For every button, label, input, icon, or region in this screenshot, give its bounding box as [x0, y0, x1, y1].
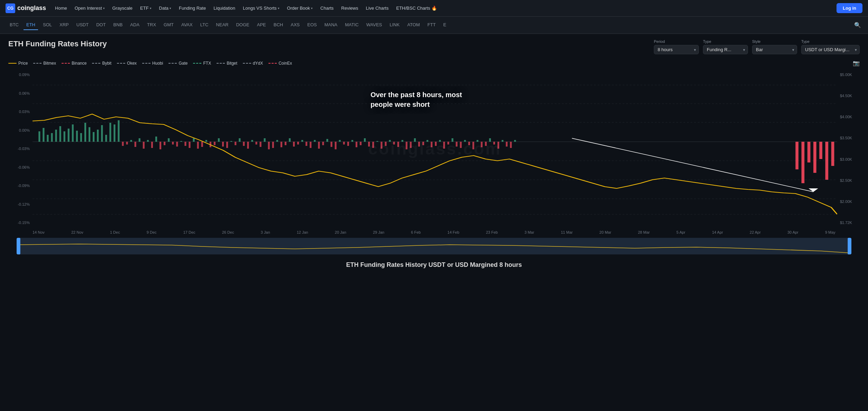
legend-indicator [193, 63, 201, 64]
camera-icon[interactable]: 📷 [853, 60, 860, 66]
coin-tab-matic[interactable]: MATIC [342, 20, 361, 30]
x-axis-label: 14 Feb [447, 230, 459, 234]
coin-tab-near[interactable]: NEAR [213, 20, 231, 30]
coin-tab-axs[interactable]: AXS [288, 20, 302, 30]
coin-tab-ltc[interactable]: LTC [198, 20, 211, 30]
y-axis-left-label: 0.09% [8, 73, 33, 77]
x-axis-label: 22 Apr [750, 230, 761, 234]
nav-item-grayscale[interactable]: Grayscale [109, 3, 136, 13]
coin-tab-ftt[interactable]: FTT [425, 20, 439, 30]
svg-rect-91 [385, 142, 386, 146]
chart-container: 0.09%0.06%0.03%0.00%-0.03%-0.06%-0.09%-0… [8, 69, 860, 254]
svg-rect-51 [218, 138, 220, 142]
chart-title: ETH Funding Rates History [8, 39, 646, 48]
svg-rect-39 [168, 138, 170, 142]
nav-item-open-interest[interactable]: Open Interest▾ [71, 3, 108, 13]
svg-rect-88 [372, 142, 374, 148]
svg-rect-124 [802, 142, 805, 183]
svg-rect-120 [506, 142, 508, 147]
svg-rect-64 [272, 142, 274, 148]
svg-rect-66 [281, 142, 282, 147]
coin-tab-avax[interactable]: AVAX [179, 20, 195, 30]
y-axis-left-label: -0.09% [8, 184, 33, 188]
svg-rect-55 [235, 142, 236, 145]
x-axis-label: 1 Dec [110, 230, 120, 234]
mini-chart[interactable] [17, 238, 851, 254]
svg-rect-95 [402, 140, 403, 142]
coin-tab-sol[interactable]: SOL [40, 20, 55, 30]
coin-tab-link[interactable]: LINK [387, 20, 402, 30]
svg-rect-29 [126, 142, 128, 144]
svg-rect-134 [848, 238, 851, 254]
coin-tab-usdt[interactable]: USDT [74, 20, 91, 30]
coin-tab-dot[interactable]: DOT [93, 20, 108, 30]
svg-rect-11 [51, 133, 53, 142]
x-axis-label: 14 Apr [712, 230, 723, 234]
x-axis-label: 6 Feb [411, 230, 421, 234]
nav-item-home[interactable]: Home [52, 3, 71, 13]
legend-indicator [8, 63, 17, 64]
svg-rect-79 [335, 142, 337, 149]
legend-item-gate: Gate [168, 61, 188, 66]
coin-search-icon[interactable]: 🔍 [854, 22, 861, 28]
logo[interactable]: CG coinglass [6, 3, 46, 13]
x-axis-label: 11 Mar [561, 230, 573, 234]
legend-indicator [268, 63, 277, 64]
y-axis-right-label: $4.00K [837, 115, 860, 119]
coin-tab-ape[interactable]: APE [254, 20, 269, 30]
nav-item-longs-vs-shorts[interactable]: Longs VS Shorts▾ [239, 3, 283, 13]
footer-title: ETH Funding Rates History USDT or USD Ma… [0, 257, 868, 273]
coin-tab-e[interactable]: E [440, 20, 449, 30]
coin-tab-atom[interactable]: ATOM [404, 20, 422, 30]
style-select[interactable]: Bar Line Candle [752, 45, 797, 54]
nav-item-funding-rate[interactable]: Funding Rate [175, 3, 209, 13]
coin-tab-eth[interactable]: ETH [24, 20, 38, 30]
svg-rect-84 [356, 142, 357, 147]
coin-tab-xrp[interactable]: XRP [57, 20, 72, 30]
svg-rect-113 [477, 140, 478, 142]
svg-rect-72 [305, 142, 307, 146]
legend-item-coinex: CoinEx [268, 61, 292, 66]
type2-select[interactable]: USDT or USD Margi... Coin Margined All [801, 45, 860, 54]
legend-indicator [92, 63, 100, 64]
chart-area: 0.09%0.06%0.03%0.00%-0.03%-0.06%-0.09%-0… [8, 69, 860, 228]
svg-rect-18 [80, 133, 82, 142]
nav-item-order-book[interactable]: Order Book▾ [284, 3, 316, 13]
coin-tab-doge[interactable]: DOGE [233, 20, 252, 30]
nav-item-reviews[interactable]: Reviews [338, 3, 362, 13]
y-axis-right-label: $3.50K [837, 136, 860, 140]
chevron-down-icon: ▾ [311, 7, 313, 10]
svg-rect-122 [514, 140, 516, 142]
x-axis-label: 23 Feb [486, 230, 498, 234]
type1-select[interactable]: Funding R... Open Interest Price [703, 45, 748, 54]
nav-item-eth-bsc-charts---[interactable]: ETH/BSC Charts 🔥 [393, 3, 440, 13]
nav-item-charts[interactable]: Charts [317, 3, 337, 13]
x-axis-label: 20 Mar [600, 230, 611, 234]
nav-item-live-charts[interactable]: Live Charts [362, 3, 392, 13]
coin-tab-gmt[interactable]: GMT [161, 20, 176, 30]
svg-rect-110 [464, 140, 466, 142]
x-axis-label: 3 Jan [261, 230, 270, 234]
coin-tab-trx[interactable]: TRX [144, 20, 159, 30]
nav-item-liquidation[interactable]: Liquidation [210, 3, 239, 13]
period-select[interactable]: 8 hours 1 hour 4 hours 1 day [654, 45, 699, 54]
login-button[interactable]: Log in [837, 3, 862, 13]
svg-rect-42 [180, 141, 182, 142]
svg-rect-71 [301, 140, 303, 142]
nav-item-etf[interactable]: ETF▾ [137, 3, 155, 13]
nav-item-data[interactable]: Data▾ [156, 3, 175, 13]
chevron-down-icon: ▾ [278, 7, 280, 10]
coin-tab-waves[interactable]: WAVES [364, 20, 385, 30]
coin-tab-mana[interactable]: MANA [322, 20, 340, 30]
svg-rect-53 [226, 142, 228, 148]
coin-tab-bnb[interactable]: BNB [111, 20, 126, 30]
coin-tab-btc[interactable]: BTC [7, 20, 21, 30]
coin-tab-eos[interactable]: EOS [304, 20, 319, 30]
coin-tab-ada[interactable]: ADA [127, 20, 142, 30]
y-axis-right-label: $2.50K [837, 178, 860, 183]
legend-label: Price [18, 61, 28, 66]
svg-rect-93 [393, 142, 395, 144]
coin-tab-bch[interactable]: BCH [271, 20, 286, 30]
y-axis-left: 0.09%0.06%0.03%0.00%-0.03%-0.06%-0.09%-0… [8, 69, 33, 228]
svg-rect-28 [122, 142, 124, 146]
